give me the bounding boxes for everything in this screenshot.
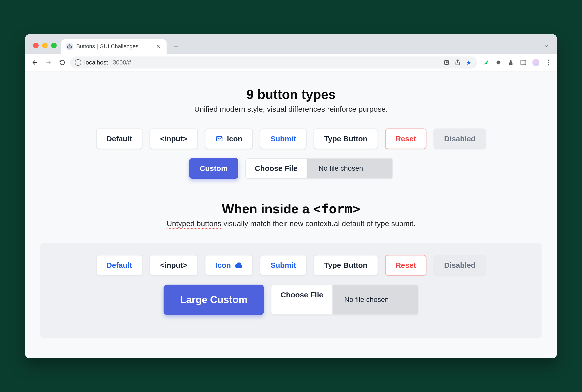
button-row: Default <input> Icon Submit Type Button … <box>50 255 532 276</box>
form-panel: Default <input> Icon Submit Type Button … <box>40 243 542 338</box>
button-label: Type Button <box>324 261 368 270</box>
input-button[interactable]: <input> <box>150 255 198 276</box>
input-button[interactable]: <input> <box>150 128 198 149</box>
page-content: 9 button types Unified modern style, vis… <box>25 72 557 358</box>
button-label: Submit <box>270 261 296 270</box>
profile-avatar[interactable] <box>532 58 540 67</box>
button-label: Disabled <box>444 261 475 270</box>
open-external-icon[interactable] <box>443 58 451 67</box>
disabled-button: Disabled <box>433 255 486 276</box>
button-label: Choose File <box>255 164 298 172</box>
large-custom-button[interactable]: Large Custom <box>164 285 264 315</box>
extension-icon[interactable] <box>482 58 490 67</box>
type-button[interactable]: Type Button <box>314 255 378 276</box>
extensions-area <box>480 58 552 67</box>
heading-text: When inside a <box>222 202 313 216</box>
button-row-2: Large Custom Choose File No file chosen <box>50 285 532 315</box>
labs-icon[interactable] <box>507 58 515 67</box>
choose-file-button[interactable]: Choose File <box>271 285 333 314</box>
default-button[interactable]: Default <box>96 255 143 276</box>
button-label: Icon <box>215 261 231 270</box>
side-panel-icon[interactable] <box>519 58 527 67</box>
browser-toolbar: i localhost:3000/# ★ <box>25 54 557 72</box>
section-heading: 9 button types <box>35 87 547 102</box>
site-info-icon[interactable]: i <box>75 59 81 66</box>
button-label: Reset <box>396 261 416 270</box>
type-button[interactable]: Type Button <box>314 128 378 149</box>
section-heading: When inside a <form> <box>35 201 547 216</box>
svg-point-8 <box>548 64 549 66</box>
back-button[interactable] <box>30 57 41 68</box>
button-label: Reset <box>396 135 416 143</box>
forward-button[interactable] <box>43 57 54 68</box>
button-label: Type Button <box>324 135 368 143</box>
window-maximize-button[interactable] <box>51 43 57 48</box>
svg-rect-4 <box>521 60 526 65</box>
button-label: Choose File <box>280 291 323 299</box>
file-input[interactable]: Choose File No file chosen <box>245 158 393 179</box>
button-label: Submit <box>270 135 296 143</box>
file-status: No file chosen <box>307 159 392 178</box>
svg-point-7 <box>548 62 549 63</box>
browser-window: 🤖 Buttons | GUI Challenges ✕ ＋ i localho… <box>25 34 557 358</box>
share-icon[interactable] <box>454 58 462 67</box>
icon-button[interactable]: Icon <box>205 255 253 276</box>
button-row-2: Custom Choose File No file chosen <box>35 158 547 179</box>
button-label: Default <box>107 135 132 143</box>
default-button[interactable]: Default <box>96 128 143 149</box>
section-button-types: 9 button types Unified modern style, vis… <box>35 87 547 179</box>
button-label: Large Custom <box>180 294 248 305</box>
cloud-icon <box>235 263 242 268</box>
envelope-icon <box>215 135 223 143</box>
kebab-menu-icon[interactable] <box>544 58 552 67</box>
tab-favicon: 🤖 <box>66 43 73 50</box>
button-label: Disabled <box>444 135 475 143</box>
section-subtitle: Untyped buttons visually match their new… <box>35 219 547 228</box>
button-label: Icon <box>227 135 243 143</box>
reload-button[interactable] <box>57 57 68 68</box>
url-path: :3000/# <box>111 59 131 66</box>
button-label: <input> <box>160 261 187 270</box>
spellcheck-underline: Untyped buttons <box>167 219 221 228</box>
section-form-context: When inside a <form> Untyped buttons vis… <box>35 201 547 338</box>
window-minimize-button[interactable] <box>42 43 48 48</box>
tab-close-button[interactable]: ✕ <box>155 42 162 51</box>
submit-button[interactable]: Submit <box>260 255 307 276</box>
address-bar[interactable]: i localhost:3000/# ★ <box>70 56 477 69</box>
file-input[interactable]: Choose File No file chosen <box>271 285 418 315</box>
button-label: Default <box>107 261 132 270</box>
svg-point-6 <box>548 60 549 61</box>
window-controls <box>31 43 61 54</box>
bookmark-star-icon[interactable]: ★ <box>465 58 473 67</box>
heading-code: <form> <box>313 201 360 216</box>
file-status: No file chosen <box>333 285 418 314</box>
window-close-button[interactable] <box>33 43 39 48</box>
browser-tab[interactable]: 🤖 Buttons | GUI Challenges ✕ <box>61 39 167 54</box>
choose-file-button[interactable]: Choose File <box>246 159 307 178</box>
new-tab-button[interactable]: ＋ <box>170 40 182 52</box>
button-row: Default <input> Icon Submit Type Button … <box>35 128 547 149</box>
custom-button[interactable]: Custom <box>189 158 238 179</box>
tab-title: Buttons | GUI Challenges <box>76 43 138 50</box>
tab-strip: 🤖 Buttons | GUI Challenges ✕ ＋ <box>25 34 557 54</box>
section-subtitle: Unified modern style, visual differences… <box>35 105 547 113</box>
submit-button[interactable]: Submit <box>260 128 307 149</box>
icon-button[interactable]: Icon <box>205 128 253 149</box>
url-host: localhost <box>84 59 108 66</box>
button-label: <input> <box>160 135 187 143</box>
tab-overflow-button[interactable] <box>541 41 551 51</box>
button-label: Custom <box>200 164 228 173</box>
subtitle-rest: visually match their new contextual defa… <box>221 219 415 228</box>
reset-button[interactable]: Reset <box>385 128 427 149</box>
extensions-menu-icon[interactable] <box>494 58 502 67</box>
reset-button[interactable]: Reset <box>385 255 427 276</box>
disabled-button: Disabled <box>433 128 486 149</box>
